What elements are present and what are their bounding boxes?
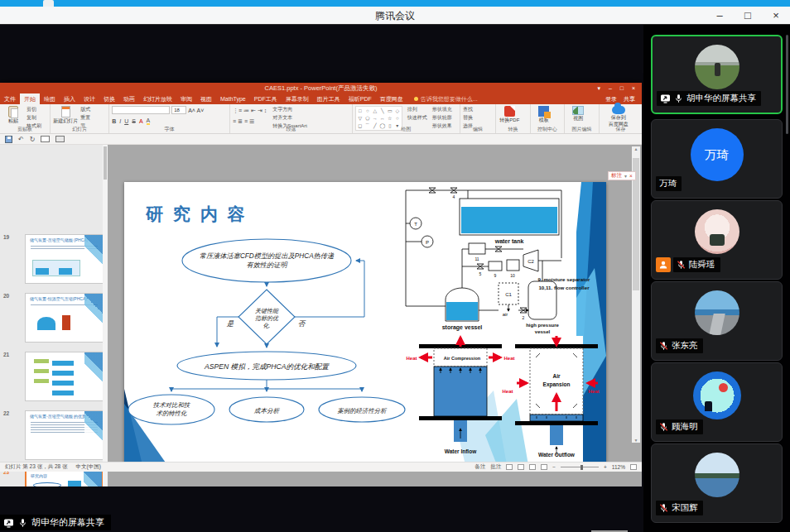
template-icon [538,106,549,117]
participant-name: 万琦 [659,178,677,189]
tab-foxit-pdf[interactable]: 福昕PDF [344,93,376,104]
participant-tile[interactable]: 张东亮 [651,281,783,361]
svg-text:11: 11 [474,256,479,261]
mic-on-icon [18,518,27,528]
ppt-window-controls[interactable]: ▾ – □ × [597,83,638,93]
close-button[interactable]: × [762,7,790,25]
fit-to-window-icon[interactable] [630,464,637,470]
layout-button[interactable]: 版式 [80,106,90,113]
pdf-icon [504,106,515,117]
maximize-button[interactable]: □ [734,7,762,25]
group-paragraph: ⋮≡≔⇤⇥↕ ≡≣≡☰ 文字方向 对齐文本 转换为SmartArt 段落 [230,104,353,133]
find-button[interactable]: 查找 [463,106,473,113]
cut-button[interactable]: 剪切 [26,106,41,113]
participant-name: 张东亮 [672,340,698,352]
picture-icon [572,106,584,115]
sidebar-scrollbar[interactable] [786,35,788,134]
tab-baidu-pan[interactable]: 百度网盘 [376,93,407,104]
tab-transitions[interactable]: 切换 [99,93,119,104]
participant-tile[interactable]: 万琦 万琦 [651,119,783,199]
underline-button[interactable]: U [124,118,128,124]
tab-picture-tools[interactable]: 图片工具 [313,93,344,104]
align-text-button[interactable]: 对齐文本 [272,114,307,122]
tab-view[interactable]: 视图 [196,93,216,104]
strip-notch [43,0,54,7]
share-button[interactable]: 共享 [624,93,635,104]
group-drawing: □○△╲▭◇ ▽⬠→↔☆○ ◻⌒╱◯▯▾ 排列 快速样式 形状填充 形状轮廓 形… [353,104,460,133]
thumbnail-slide-21[interactable] [25,352,104,401]
normal-view-icon[interactable] [506,464,513,470]
copy-button[interactable]: 复制 [26,114,41,122]
thumb-number: 19 [3,234,9,240]
participant-name: 陆舜瑶 [689,259,715,271]
svg-text:Heat: Heat [588,389,599,394]
tab-file[interactable]: 文件 [0,93,20,104]
start-slideshow-icon[interactable] [41,136,50,142]
thumbnail-slide-23-selected[interactable]: 研究内容 [25,469,104,486]
tab-pdf-tools[interactable]: PDF工具 [250,93,282,104]
slide-thumbnail-panel: 19 储气装置-压缩空气储能 (PHCA) 20 储气装置-恒温空气压缩(PHC… [0,145,108,486]
strikethrough-button[interactable]: S [132,118,136,124]
zoom-in-button[interactable]: + [604,464,607,470]
new-slide-button[interactable]: 新建幻灯片 [53,106,78,124]
save-icon[interactable] [5,136,12,143]
reading-view-icon[interactable] [529,464,536,470]
text-direction-button[interactable]: 文字方向 [272,106,307,113]
undo-icon[interactable]: ↶ [18,136,24,143]
font-name-select[interactable] [112,106,170,114]
tab-mathtype[interactable]: MathType [216,93,250,104]
tab-animations[interactable]: 动画 [119,93,139,104]
font-size-select[interactable]: 18 [171,106,186,114]
tab-design[interactable]: 设计 [79,93,99,104]
participant-tile[interactable]: 陆舜瑶 [651,200,783,280]
svg-text:T: T [414,222,417,227]
thumbnail-slide-20[interactable]: 储气装置-恒温空气压缩(PHCA) [25,293,104,343]
svg-text:Expansion: Expansion [543,381,571,388]
thumbnail-slide-19[interactable]: 储气装置-压缩空气储能 (PHCA) [25,234,104,284]
group-save: 保存到百度网盘 保存 [600,104,642,133]
bold-button[interactable]: B [112,118,116,124]
paste-button[interactable]: 粘贴 [2,106,24,124]
view-picture-button[interactable]: 视图 [567,106,589,122]
slide-canvas[interactable]: 研 究 内 容 [124,182,606,465]
notes-button[interactable]: 备注 [474,463,485,471]
touch-mode-icon[interactable] [55,136,65,142]
tab-review[interactable]: 审阅 [176,93,196,104]
reset-button[interactable]: 重置 [80,114,90,122]
save-to-baidu-button[interactable]: 保存到百度网盘 [602,106,635,127]
quick-styles-button[interactable]: 快速样式 [407,114,427,122]
participant-name: 宋国辉 [672,502,698,514]
tab-draw[interactable]: 绘图 [40,93,60,104]
slideshow-view-icon[interactable] [541,464,547,470]
tab-home[interactable]: 开始 [20,93,40,104]
zoom-out-button[interactable]: − [552,464,556,470]
tab-slideshow[interactable]: 幻灯片放映 [139,93,176,104]
annotation-mini-toolbar[interactable]: 标注 ▾ × [608,171,636,180]
redo-icon[interactable]: ↻ [30,136,36,143]
mic-on-icon [674,93,683,103]
participant-tile[interactable]: 顾海明 [651,362,783,442]
thumbnail-slide-22[interactable]: 储气装置-压缩空气储能 的优势 [25,410,104,460]
shape-fill-button[interactable]: 形状填充 [432,106,452,113]
tab-insert[interactable]: 插入 [60,93,79,104]
zoom-slider[interactable] [561,467,599,467]
convert-pdf-button[interactable]: 转换PDF [499,106,520,123]
close-icon[interactable]: × [629,173,633,179]
participant-tile-sharer[interactable]: 胡申华的屏幕共享 [651,35,783,114]
chevron-down-icon[interactable]: ▾ [624,173,627,179]
slide-sorter-icon[interactable] [518,464,524,470]
participant-tile[interactable]: 宋国辉 [651,443,783,523]
template-button[interactable]: 模板 [533,106,555,123]
language-indicator[interactable]: 中文(中国) [76,463,101,471]
tell-me-box[interactable]: 告诉我您想要做什么... [407,93,478,104]
replace-button[interactable]: 替换 [463,114,473,122]
shape-outline-button[interactable]: 形状轮廓 [432,114,452,122]
arrange-button[interactable]: 排列 [407,106,427,113]
minimize-button[interactable]: – [706,7,734,25]
slide-vertical-scrollbar[interactable]: ▲▼ [632,146,640,443]
italic-button[interactable]: I [119,118,121,124]
svg-text:Air: Air [552,373,561,379]
tab-screen-record[interactable]: 屏幕录制 [282,93,313,104]
comments-button[interactable]: 批注 [490,463,501,471]
zoom-level[interactable]: 112% [612,464,625,470]
